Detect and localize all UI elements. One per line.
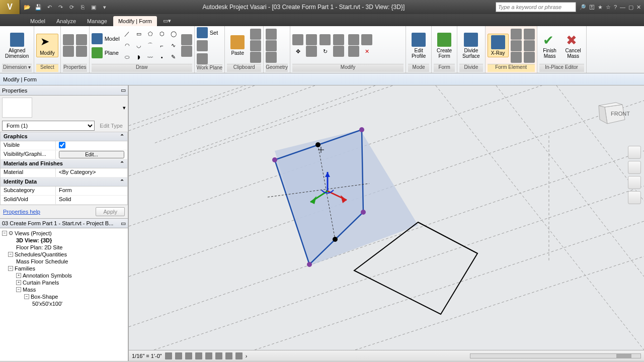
material-value[interactable]: <By Category> (56, 168, 127, 177)
group-graphics[interactable]: Graphics⌃ (1, 132, 127, 141)
tab-expand-icon[interactable]: ▭▾ (158, 16, 176, 26)
close-icon[interactable]: ✕ (636, 4, 641, 11)
favorite-icon[interactable]: ☆ (606, 4, 611, 11)
tree-boxshape[interactable]: −Box-Shape (1, 293, 127, 300)
scale-label[interactable]: 1/16" = 1'-0" (132, 353, 162, 359)
formel-btn3[interactable] (511, 52, 522, 63)
delete-icon[interactable]: ✕ (361, 46, 372, 57)
link-icon[interactable]: ⎘ (77, 2, 88, 12)
model-line-icon[interactable] (92, 33, 103, 44)
arc3-icon[interactable]: ⌒ (145, 40, 156, 51)
steering-wheel-icon[interactable] (628, 146, 641, 159)
pin-icon[interactable] (361, 34, 372, 45)
formel-btn5[interactable] (524, 40, 535, 51)
properties-help-link[interactable]: Properties help (3, 209, 40, 215)
arc1-icon[interactable]: ◠ (122, 40, 133, 51)
group-materials[interactable]: Materials and Finishes⌃ (1, 159, 127, 168)
pick-icon[interactable]: ✎ (168, 52, 179, 63)
draw-extra2[interactable] (181, 46, 192, 57)
visgraph-edit-button[interactable]: Edit... (59, 151, 124, 158)
arc2-icon[interactable]: ◡ (133, 40, 144, 51)
visible-checkbox[interactable] (59, 142, 65, 148)
draw-extra1[interactable] (181, 34, 192, 45)
prop-btn1[interactable] (63, 34, 74, 45)
set-plane-icon[interactable] (197, 27, 208, 38)
formel-btn4[interactable] (524, 29, 535, 40)
apply-button[interactable]: Apply (96, 207, 125, 216)
spline2-icon[interactable]: 〰 (145, 52, 156, 63)
move-icon[interactable]: ✥ (292, 46, 303, 57)
tab-analyze[interactable]: Analyze (51, 16, 81, 26)
finish-mass-button[interactable]: ✔ Finish Mass (539, 32, 560, 60)
star-icon[interactable]: ★ (598, 4, 603, 11)
horizontal-scrollbar[interactable] (470, 353, 641, 358)
browser-close-icon[interactable]: ▭ (121, 220, 126, 227)
geom3-icon[interactable] (266, 52, 277, 63)
edit-profile-button[interactable]: Edit Profile (408, 32, 429, 60)
tab-modify-form[interactable]: Modify | Form (113, 16, 157, 26)
lock-icon[interactable] (235, 352, 243, 359)
tab-manage[interactable]: Manage (82, 16, 112, 26)
rotate-icon[interactable]: ↻ (319, 46, 331, 57)
geom2-icon[interactable] (266, 40, 277, 51)
sync-icon[interactable]: ⟳ (66, 2, 76, 12)
xray-button[interactable]: X-Ray (488, 34, 509, 57)
extend-icon[interactable] (333, 46, 344, 57)
prop-btn3[interactable] (76, 34, 87, 45)
properties-type-selector[interactable]: ▾ (0, 96, 128, 120)
formel-btn1[interactable] (511, 29, 522, 40)
formel-btn2[interactable] (511, 40, 522, 51)
binoculars-icon[interactable]: 🔎 (579, 4, 586, 11)
crop-icon[interactable] (215, 352, 222, 359)
key-icon[interactable]: ⚿ (589, 4, 595, 10)
detail-level-icon[interactable] (165, 352, 172, 359)
chevron-icon[interactable]: › (246, 353, 248, 359)
ellipse-icon[interactable]: ⬭ (122, 52, 133, 63)
align-icon[interactable] (292, 34, 303, 45)
halfellipse-icon[interactable]: ◗ (133, 52, 144, 63)
instance-selector[interactable]: Form (1) (2, 121, 95, 131)
offset-icon[interactable] (306, 34, 317, 45)
line-icon[interactable]: ／ (122, 29, 133, 40)
divide-surface-button[interactable]: Divide Surface (459, 32, 482, 60)
tree-schedules[interactable]: −Schedules/Quantities (1, 251, 127, 258)
zoom-icon[interactable] (628, 176, 641, 189)
maximize-icon[interactable]: ▢ (628, 4, 633, 11)
save-icon[interactable]: 💾 (33, 2, 43, 12)
circle-icon[interactable]: ◯ (168, 29, 179, 40)
tree-boxdim[interactable]: 50'x50'x100' (1, 300, 127, 307)
open-icon[interactable]: 📂 (22, 2, 32, 12)
app-logo[interactable]: V (0, 0, 20, 14)
polygon-icon[interactable]: ⬠ (145, 29, 156, 40)
modify-button[interactable]: ➤ Modify (36, 34, 58, 57)
sun-path-icon[interactable] (185, 352, 192, 359)
mirror-icon[interactable] (319, 34, 331, 45)
tree-annot[interactable]: +Annotation Symbols (1, 272, 127, 279)
edit-type-button[interactable]: Edit Type (97, 122, 126, 130)
group-identity[interactable]: Identity Data⌃ (1, 177, 127, 187)
tab-model[interactable]: Model (25, 16, 50, 26)
viewer-icon[interactable] (197, 53, 208, 64)
geom1-icon[interactable] (266, 29, 277, 40)
close-panel-icon[interactable]: ▭ (121, 87, 126, 94)
dropdown-icon[interactable]: ▾ (100, 2, 110, 12)
undo-icon[interactable]: ↶ (44, 2, 54, 12)
tree-massfloor[interactable]: Mass Floor Schedule (1, 258, 127, 265)
visual-style-icon[interactable] (175, 352, 182, 359)
minimize-icon[interactable]: — (620, 4, 625, 10)
redo-icon[interactable]: ↷ (55, 2, 65, 12)
rect-icon[interactable]: ▭ (133, 29, 144, 40)
orbit-icon[interactable] (628, 191, 641, 204)
tree-floorplan[interactable]: Floor Plan: 2D Site (1, 244, 127, 251)
tree-mass[interactable]: −Mass (1, 286, 127, 293)
fillet-icon[interactable]: ⌐ (156, 40, 168, 51)
rendering-icon[interactable] (205, 352, 212, 359)
shadows-icon[interactable] (195, 352, 202, 359)
point-icon[interactable]: • (156, 52, 168, 63)
match-icon[interactable] (250, 52, 261, 63)
trim-icon[interactable] (333, 34, 344, 45)
copy-icon[interactable] (250, 40, 261, 51)
cut-icon[interactable] (250, 29, 261, 40)
subcat-value[interactable]: Form (56, 187, 127, 195)
paste-button[interactable]: Paste (227, 34, 248, 57)
